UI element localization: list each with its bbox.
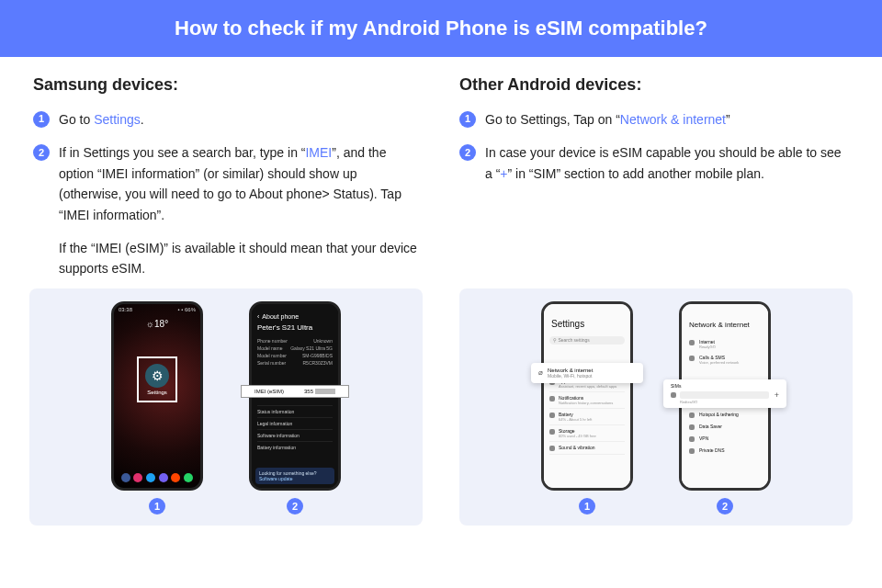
list-item: Legal information [257,417,333,429]
row-sub: 60% used - 49 GB free [559,434,596,438]
redacted [315,389,335,394]
row-sub: Notification history, conversations [559,401,613,405]
step-text: In case your device is eSIM capable you … [485,142,849,184]
row-sub: ReadyGO [699,345,716,349]
row-r: R5CR30Z3VM [302,360,333,366]
device-name: Peter's S21 Ultra [252,322,338,337]
samsung-mock-panel: 03:38• • 66% ☼18° ⚙ Settings 1 ‹About ph… [29,288,423,526]
other-mock-2: Network & internet InternetReadyGO Calls… [679,301,771,514]
row-title: Hotspot & tethering [699,412,739,417]
sim-name: RedteaGO [680,400,779,404]
other-mock-1: Settings ⚲ Search settings AppsAssistant… [541,301,633,514]
sims-label: SIMs [671,383,779,389]
step-badge: 1 [33,111,50,128]
other-phone-1: Settings ⚲ Search settings AppsAssistant… [541,301,633,491]
mock-badge: 1 [149,498,165,514]
list-item: Status information [257,405,333,417]
samsung-heading: Samsung devices: [33,75,423,95]
step-text: If in Settings you see a search bar, typ… [59,142,423,225]
sim-icon [671,392,676,398]
samsung-phone-1: 03:38• • 66% ☼18° ⚙ Settings [111,301,203,491]
row-sub: Assistant, recent apps, default apps [559,384,616,389]
other-steps: 1 Go to Settings, Tap on “Network & inte… [459,109,849,184]
sims-popup: SIMs + RedteaGO [663,379,786,408]
row-l: Model number [257,353,287,358]
row-title: Internet [699,339,716,345]
about-phone-label: About phone [262,313,299,320]
content: Samsung devices: 1 Go to Settings. 2 If … [0,57,882,279]
page-header: How to check if my Android Phone is eSIM… [0,0,882,57]
row-r: SM-G998B/DS [302,353,333,358]
other-column: Other Android devices: 1 Go to Settings,… [459,75,849,279]
mock-badge: 2 [717,498,733,514]
row-icon [549,429,555,435]
step-badge: 1 [459,111,476,128]
search-bar: ⚲ Search settings [549,336,625,345]
row-title: Private DNS [699,447,725,453]
settings-link[interactable]: Settings [94,112,141,127]
step-text: Go to Settings. [59,109,423,130]
plus-icon: + [775,390,779,400]
footer-card: Looking for something else? Software upd… [255,468,334,484]
status-icons: • • 66% [177,307,196,312]
row-sub: 64% - About 5 hr left [559,417,592,422]
popup-title: Network & internet [548,368,593,373]
row-icon [549,396,555,401]
text: ” in “SIM” section to add another mobile… [508,166,764,181]
row-title: Data Saver [699,424,722,429]
row-icon [689,424,695,430]
samsung-column: Samsung devices: 1 Go to Settings. 2 If … [33,75,423,279]
other-step-2: 2 In case your device is eSIM capable yo… [459,142,849,184]
row-title: Sound & vibration [559,445,594,450]
samsung-steps: 1 Go to Settings. 2 If in Settings you s… [33,109,423,225]
row-r: Galaxy S21 Ultra 5G [290,345,333,351]
text: If in Settings you see a search bar, typ… [59,145,305,160]
footer-link: Software update [259,476,331,481]
text: . [141,112,144,127]
other-heading: Other Android devices: [459,75,849,95]
plus-link[interactable]: + [500,166,507,181]
row-icon [689,413,695,418]
row-l: Serial number [257,360,286,366]
network-internet-link[interactable]: Network & internet [620,112,726,127]
text: Go to [59,112,94,127]
settings-title: Settings [544,304,630,334]
time: 03:38 [119,307,132,312]
settings-label: Settings [147,390,167,395]
network-internet-popup: ⌀ Network & internetMobile, Wi-Fi, hotsp… [531,363,643,383]
step-badge: 2 [459,144,476,161]
samsung-mock-1: 03:38• • 66% ☼18° ⚙ Settings 1 [111,301,203,514]
dock [119,473,195,482]
search-placeholder: Search settings [558,337,589,343]
other-mock-panel: Settings ⚲ Search settings AppsAssistant… [459,288,853,526]
settings-highlight: ⚙ Settings [137,356,177,402]
imei-esim-label: IMEI (eSIM) [254,389,284,394]
gear-icon: ⚙ [145,364,169,388]
row-title: VPN [699,435,708,441]
samsung-phone-2: ‹About phone Peter's S21 Ultra Phone num… [249,301,341,491]
samsung-step-2-extra: If the “IMEI (eSIM)” is available it sho… [59,238,423,279]
mock-badge: 1 [579,498,595,514]
page-title: How to check if my Android Phone is eSIM… [175,17,707,40]
mock-row: 03:38• • 66% ☼18° ⚙ Settings 1 ‹About ph… [0,279,882,526]
row-icon [549,413,555,418]
mock-badge: 2 [287,498,303,514]
row-sub: Voice, preferred network [699,360,739,365]
row-icon [689,436,695,442]
samsung-step-2: 2 If in Settings you see a search bar, t… [33,142,423,225]
imei-value: 355 [304,389,313,394]
sim-entry [680,391,769,399]
text: Go to Settings, Tap on “ [485,112,620,127]
back-icon: ‹ [257,313,259,320]
search-icon: ⚲ [553,337,557,343]
network-title: Network & internet [682,304,768,336]
text: ” [726,112,730,127]
settings-list: AppsAssistant, recent apps, default apps… [544,372,630,458]
other-step-1: 1 Go to Settings, Tap on “Network & inte… [459,109,849,130]
imei-link[interactable]: IMEI [305,145,332,160]
row-l: Phone number [257,338,288,344]
imei-esim-bar: IMEI (eSIM) 355 [241,385,349,398]
other-phone-2: Network & internet InternetReadyGO Calls… [679,301,771,491]
list-item: Battery information [257,441,333,453]
about-list: Status information Legal information Sof… [257,405,333,453]
